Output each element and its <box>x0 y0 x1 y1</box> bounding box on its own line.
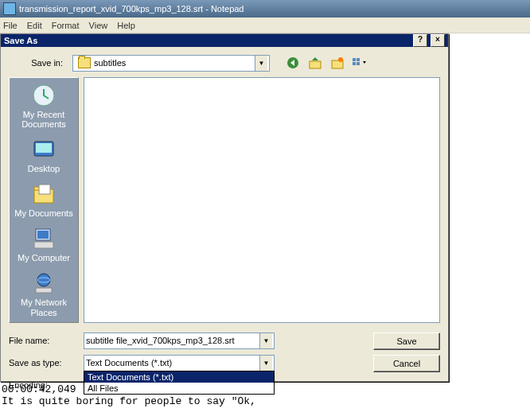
chevron-down-icon[interactable]: ▼ <box>255 56 267 71</box>
back-icon[interactable] <box>284 54 302 72</box>
save-as-type-label: Save as type: <box>9 355 77 368</box>
encoding-label: Encoding: <box>9 377 77 390</box>
menu-edit[interactable]: Edit <box>27 21 42 30</box>
window-titlebar: transmission_report_xvid_700kps_mp3_128.… <box>0 0 530 18</box>
save-as-type-dropdown: Text Documents (*.txt) All Files <box>84 371 275 395</box>
close-button[interactable]: × <box>431 34 445 47</box>
svg-rect-5 <box>357 58 360 61</box>
places-bar: My Recent Documents Desktop My Documents <box>9 77 79 323</box>
window-title: transmission_report_xvid_700kps_mp3_128.… <box>19 4 244 14</box>
svg-point-3 <box>338 57 343 62</box>
dialog-title: Save As <box>4 36 37 45</box>
svg-rect-4 <box>353 58 356 61</box>
svg-rect-19 <box>36 288 52 293</box>
save-in-value: subtitles <box>94 58 255 68</box>
new-folder-icon[interactable] <box>329 54 346 72</box>
desktop-icon <box>31 137 57 162</box>
chevron-down-icon[interactable]: ▼ <box>259 356 272 371</box>
place-recent[interactable]: My Recent Documents <box>11 83 76 129</box>
place-network[interactable]: My Network Places <box>11 270 76 317</box>
notepad-icon <box>3 2 16 15</box>
save-in-combo[interactable]: subtitles ▼ <box>72 55 270 72</box>
svg-rect-15 <box>37 231 49 239</box>
save-as-option[interactable]: Text Documents (*.txt) <box>84 371 274 383</box>
save-as-option[interactable]: All Files <box>84 383 274 394</box>
save-in-row: Save in: subtitles ▼ <box>9 53 440 72</box>
help-button[interactable]: ? <box>413 34 427 47</box>
menu-file[interactable]: File <box>3 21 18 30</box>
file-listing[interactable] <box>84 77 440 323</box>
svg-rect-6 <box>353 62 356 65</box>
filename-value: subtitle file_xvid_700kps_mp3_128.srt <box>86 336 259 345</box>
dialog-titlebar: Save As ? × <box>1 34 448 47</box>
save-as-type-value: Text Documents (*.txt) <box>86 358 259 368</box>
svg-rect-16 <box>34 242 53 248</box>
save-button[interactable]: Save <box>373 332 440 350</box>
cancel-button[interactable]: Cancel <box>373 355 440 372</box>
place-desktop[interactable]: Desktop <box>28 137 60 173</box>
menu-view[interactable]: View <box>89 21 108 30</box>
menu-format[interactable]: Format <box>52 21 80 30</box>
filename-combo[interactable]: subtitle file_xvid_700kps_mp3_128.srt ▼ <box>84 332 275 349</box>
place-mycomputer[interactable]: My Computer <box>18 226 70 262</box>
folder-icon <box>78 57 91 68</box>
svg-rect-10 <box>36 143 52 153</box>
my-documents-icon <box>31 181 57 207</box>
svg-point-17 <box>37 274 50 286</box>
recent-documents-icon <box>31 83 57 108</box>
save-in-label: Save in: <box>9 58 66 68</box>
menu-help[interactable]: Help <box>117 21 135 30</box>
network-places-icon <box>31 270 57 296</box>
nav-icons <box>284 54 368 72</box>
place-mydocuments[interactable]: My Documents <box>14 181 72 218</box>
menubar: File Edit Format View Help <box>0 18 530 33</box>
filename-label: File name: <box>9 332 77 345</box>
save-as-type-combo[interactable]: Text Documents (*.txt) ▼ <box>84 355 275 371</box>
svg-rect-1 <box>310 61 321 68</box>
chevron-down-icon[interactable]: ▼ <box>259 333 272 348</box>
save-as-dialog: Save As ? × Save in: subtitles ▼ <box>0 33 449 382</box>
my-computer-icon <box>31 226 57 251</box>
svg-rect-7 <box>357 62 360 65</box>
up-one-level-icon[interactable] <box>306 54 324 72</box>
svg-rect-13 <box>39 185 50 194</box>
view-menu-icon[interactable] <box>351 54 368 72</box>
